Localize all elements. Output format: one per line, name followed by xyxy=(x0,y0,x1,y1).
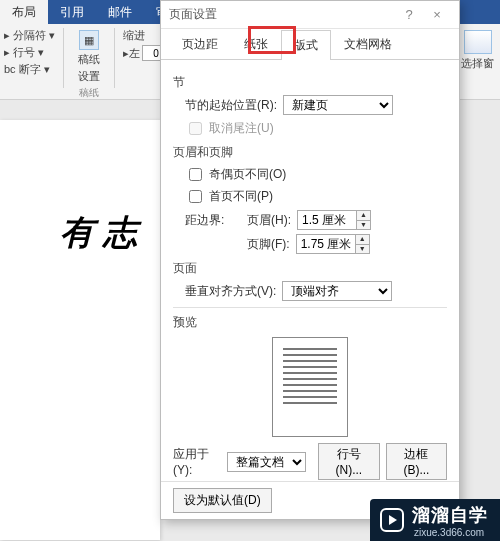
suppress-endnotes-checkbox xyxy=(189,122,202,135)
tab-paper[interactable]: 纸张 xyxy=(231,29,281,59)
footer-dist-row: 页脚(F): ▲▼ xyxy=(247,234,447,254)
apply-to-select[interactable]: 整篇文档 xyxy=(227,452,306,472)
page-setup-dialog: 页面设置 ? × 页边距 纸张 版式 文档网格 节 节的起始位置(R): 新建页… xyxy=(160,0,460,520)
spin-up-icon[interactable]: ▲ xyxy=(356,235,369,245)
suppress-endnotes-row: 取消尾注(U) xyxy=(185,119,447,138)
footer-dist-label: 页脚(F): xyxy=(247,236,290,253)
header-dist-spin[interactable]: ▲▼ xyxy=(297,210,371,230)
document-text: 有 志 xyxy=(60,210,137,256)
preview-thumbnail xyxy=(272,337,348,437)
manuscript-sub-label: 设置 xyxy=(78,69,100,84)
distance-row: 距边界: 页眉(H): ▲▼ xyxy=(185,210,447,230)
separator xyxy=(63,28,64,88)
section-start-select[interactable]: 新建页 xyxy=(283,95,393,115)
dialog-title: 页面设置 xyxy=(169,6,217,23)
section-start-label: 节的起始位置(R): xyxy=(185,97,277,114)
odd-even-row: 奇偶页不同(O) xyxy=(185,165,447,184)
valign-select[interactable]: 顶端对齐 xyxy=(282,281,392,301)
section-start-row: 节的起始位置(R): 新建页 xyxy=(185,95,447,115)
header-dist-label: 页眉(H): xyxy=(247,212,291,229)
divider xyxy=(173,307,447,308)
breaks-group: ▸ 分隔符 ▾ ▸ 行号 ▾ bc 断字 ▾ xyxy=(4,28,55,77)
document-page[interactable]: 有 志 xyxy=(0,120,160,540)
ribbon-tab-references[interactable]: 引用 xyxy=(48,0,96,24)
tab-layout[interactable]: 版式 xyxy=(281,30,331,60)
tab-grid[interactable]: 文档网格 xyxy=(331,29,405,59)
header-footer-heading: 页眉和页脚 xyxy=(173,144,447,161)
odd-even-checkbox[interactable] xyxy=(189,168,202,181)
manuscript-group-label: 稿纸 xyxy=(79,86,99,100)
breaks-button[interactable]: ▸ 分隔符 ▾ xyxy=(4,28,55,43)
ribbon-tab-mailings[interactable]: 邮件 xyxy=(96,0,144,24)
dialog-body: 节 节的起始位置(R): 新建页 取消尾注(U) 页眉和页脚 奇偶页不同(O) … xyxy=(161,60,459,481)
line-numbers-button[interactable]: ▸ 行号 ▾ xyxy=(4,45,55,60)
set-default-button[interactable]: 设为默认值(D) xyxy=(173,488,272,513)
page-heading: 页面 xyxy=(173,260,447,277)
select-pane-label: 选择窗 xyxy=(461,57,494,69)
header-dist-input[interactable] xyxy=(298,211,356,229)
dialog-tabs: 页边距 纸张 版式 文档网格 xyxy=(161,29,459,60)
first-page-label: 首页不同(P) xyxy=(209,188,273,205)
spin-down-icon[interactable]: ▼ xyxy=(357,221,370,230)
line-numbers-button[interactable]: 行号(N)... xyxy=(318,443,380,480)
select-pane-icon xyxy=(464,30,492,54)
close-button[interactable]: × xyxy=(423,7,451,22)
valign-row: 垂直对齐方式(V): 顶端对齐 xyxy=(185,281,447,301)
first-page-row: 首页不同(P) xyxy=(185,187,447,206)
manuscript-icon: ▦ xyxy=(79,30,99,50)
section-heading: 节 xyxy=(173,74,447,91)
suppress-endnotes-label: 取消尾注(U) xyxy=(209,120,274,137)
brand-overlay: 溜溜自学 zixue.3d66.com xyxy=(370,499,500,541)
select-pane-group[interactable]: 选择窗 xyxy=(454,28,500,98)
hyphenation-button[interactable]: bc 断字 ▾ xyxy=(4,62,55,77)
valign-label: 垂直对齐方式(V): xyxy=(185,283,276,300)
separator xyxy=(114,28,115,88)
dialog-titlebar: 页面设置 ? × xyxy=(161,1,459,29)
apply-to-row: 应用于(Y): 整篇文档 行号(N)... 边框(B)... xyxy=(173,443,447,480)
brand-url: zixue.3d66.com xyxy=(414,527,488,538)
footer-dist-spin[interactable]: ▲▼ xyxy=(296,234,370,254)
help-button[interactable]: ? xyxy=(395,7,423,22)
footer-dist-input[interactable] xyxy=(297,235,355,253)
brand-name: 溜溜自学 xyxy=(412,503,488,527)
play-icon xyxy=(380,508,404,532)
first-page-checkbox[interactable] xyxy=(189,190,202,203)
preview-heading: 预览 xyxy=(173,314,447,331)
indent-left-icon: ▸左 xyxy=(123,46,140,61)
borders-button[interactable]: 边框(B)... xyxy=(386,443,447,480)
tab-margins[interactable]: 页边距 xyxy=(169,29,231,59)
apply-to-label: 应用于(Y): xyxy=(173,446,221,477)
odd-even-label: 奇偶页不同(O) xyxy=(209,166,286,183)
manuscript-group[interactable]: ▦ 稿纸 设置 稿纸 xyxy=(72,28,106,102)
ribbon-tab-layout[interactable]: 布局 xyxy=(0,0,48,24)
spin-down-icon[interactable]: ▼ xyxy=(356,245,369,254)
distance-label: 距边界: xyxy=(185,212,241,229)
spin-up-icon[interactable]: ▲ xyxy=(357,211,370,221)
manuscript-label: 稿纸 xyxy=(78,52,100,67)
